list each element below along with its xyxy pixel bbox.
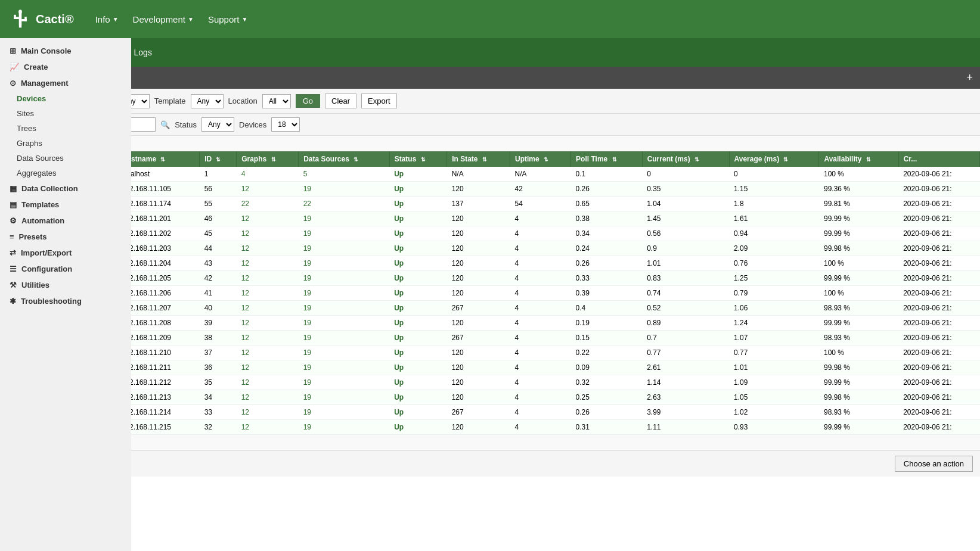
datasrc-link[interactable]: 19 bbox=[303, 274, 311, 282]
sidebar-item-configuration[interactable]: ☰ Configuration bbox=[0, 261, 131, 277]
datasrc-link[interactable]: 19 bbox=[303, 363, 311, 372]
cell-graphs: 12 bbox=[237, 331, 299, 345]
col-polltime[interactable]: Poll Time ⇅ bbox=[571, 151, 643, 167]
table-row: vhost11 192.168.11.211 36 12 19 Up 120 4… bbox=[0, 360, 980, 375]
nav-info[interactable]: Info ▼ bbox=[88, 10, 126, 29]
datasrc-link[interactable]: 19 bbox=[303, 259, 311, 267]
col-average[interactable]: Average (ms) ⇅ bbox=[729, 151, 819, 167]
graphs-link[interactable]: 12 bbox=[241, 393, 249, 401]
graphs-link[interactable]: 12 bbox=[241, 185, 249, 193]
datasrc-link[interactable]: 19 bbox=[303, 289, 311, 297]
col-current[interactable]: Current (ms) ⇅ bbox=[642, 151, 729, 167]
cell-availability: 99.98 % bbox=[819, 360, 898, 375]
graphs-link[interactable]: 12 bbox=[241, 244, 249, 253]
graphs-link[interactable]: 12 bbox=[241, 378, 249, 387]
cell-instate: 120 bbox=[447, 256, 510, 271]
datasrc-link[interactable]: 19 bbox=[303, 393, 311, 401]
cell-average: 1.07 bbox=[729, 331, 819, 345]
table-row: vhost01 192.168.11.201 46 12 19 Up 120 4… bbox=[0, 211, 980, 226]
sidebar-item-troubleshooting[interactable]: ✱ Troubleshooting bbox=[0, 293, 131, 309]
sidebar-item-trees[interactable]: Trees bbox=[0, 121, 131, 136]
sidebar-item-create[interactable]: 📈 Create bbox=[0, 59, 131, 75]
graphs-link[interactable]: 12 bbox=[241, 423, 249, 431]
col-datasources[interactable]: Data Sources ⇅ bbox=[299, 151, 390, 167]
datasrc-link[interactable]: 19 bbox=[303, 319, 311, 327]
cell-polltime: 0.22 bbox=[571, 345, 643, 360]
sidebar-item-graphs[interactable]: Graphs bbox=[0, 136, 131, 151]
cell-datasources: 19 bbox=[299, 345, 390, 360]
datasrc-link[interactable]: 19 bbox=[303, 408, 311, 416]
go-button[interactable]: Go bbox=[296, 94, 320, 108]
datasrc-link[interactable]: 19 bbox=[303, 185, 311, 193]
datasrc-link[interactable]: 19 bbox=[303, 304, 311, 312]
datasrc-link[interactable]: 19 bbox=[303, 348, 311, 357]
datasrc-link[interactable]: 19 bbox=[303, 423, 311, 431]
sidebar-item-data-collection[interactable]: ▦ Data Collection bbox=[0, 180, 131, 197]
sidebar-item-management[interactable]: ⊙ Management bbox=[0, 75, 131, 91]
datasrc-link[interactable]: 19 bbox=[303, 334, 311, 342]
col-instate[interactable]: In State ⇅ bbox=[447, 151, 510, 167]
search-icon[interactable]: 🔍 bbox=[160, 120, 170, 129]
cell-current: 0 bbox=[642, 167, 729, 182]
datasrc-link[interactable]: 22 bbox=[303, 200, 311, 208]
location-select[interactable]: All bbox=[262, 94, 291, 108]
col-status[interactable]: Status ⇅ bbox=[389, 151, 447, 167]
graphs-link[interactable]: 12 bbox=[241, 334, 249, 342]
datasrc-link[interactable]: 19 bbox=[303, 229, 311, 238]
datasrc-link[interactable]: 19 bbox=[303, 378, 311, 387]
cell-datasources: 19 bbox=[299, 211, 390, 226]
devices-per-page-select[interactable]: 18 30 50 bbox=[271, 117, 300, 132]
secondary-nav-logs[interactable]: Logs bbox=[127, 43, 159, 62]
sidebar-item-utilities[interactable]: ⚒ Utilities bbox=[0, 277, 131, 293]
cell-polltime: 0.24 bbox=[571, 241, 643, 256]
datasrc-link[interactable]: 19 bbox=[303, 244, 311, 253]
graphs-link[interactable]: 22 bbox=[241, 200, 249, 208]
sidebar-item-presets[interactable]: ≡ Presets bbox=[0, 229, 131, 245]
col-id[interactable]: ID ⇅ bbox=[200, 151, 237, 167]
sidebar-item-import-export[interactable]: ⇄ Import/Export bbox=[0, 245, 131, 261]
table-row: vhost07 192.168.11.207 40 12 19 Up 267 4… bbox=[0, 301, 980, 316]
status-select[interactable]: Any bbox=[201, 117, 234, 132]
graphs-link[interactable]: 12 bbox=[241, 214, 249, 223]
col-uptime[interactable]: Uptime ⇅ bbox=[510, 151, 571, 167]
graphs-link[interactable]: 12 bbox=[241, 408, 249, 416]
graphs-link[interactable]: 12 bbox=[241, 319, 249, 327]
graphs-link[interactable]: 12 bbox=[241, 259, 249, 267]
export-button[interactable]: Export bbox=[361, 94, 397, 108]
nav-support[interactable]: Support ▼ bbox=[201, 10, 255, 29]
main-console-icon: ⊞ bbox=[10, 46, 16, 55]
datasrc-link[interactable]: 5 bbox=[303, 170, 308, 178]
col-graphs[interactable]: Graphs ⇅ bbox=[237, 151, 299, 167]
graphs-link[interactable]: 4 bbox=[241, 170, 246, 178]
sidebar-item-templates[interactable]: ▤ Templates bbox=[0, 197, 131, 213]
sidebar-item-aggregates[interactable]: Aggregates bbox=[0, 166, 131, 180]
cell-graphs: 12 bbox=[237, 375, 299, 390]
add-device-button[interactable]: + bbox=[966, 71, 973, 84]
filter-bar: Site Any Data Collector Any Template Any… bbox=[0, 89, 980, 114]
choose-action-button[interactable]: Choose an action bbox=[895, 456, 973, 472]
cell-created: 2020-09-06 21: bbox=[898, 316, 979, 331]
graphs-link[interactable]: 12 bbox=[241, 363, 249, 372]
sidebar-item-data-sources[interactable]: Data Sources bbox=[0, 151, 131, 166]
sidebar-item-devices[interactable]: Devices bbox=[0, 91, 131, 106]
col-availability[interactable]: Availability ⇅ bbox=[819, 151, 898, 167]
template-select[interactable]: Any bbox=[191, 94, 224, 108]
sidebar-item-automation[interactable]: ⚙ Automation bbox=[0, 213, 131, 229]
datasrc-link[interactable]: 19 bbox=[303, 214, 311, 223]
sidebar-item-sites[interactable]: Sites bbox=[0, 106, 131, 121]
cell-average: 0.77 bbox=[729, 345, 819, 360]
sidebar-item-main-console[interactable]: ⊞ Main Console bbox=[0, 43, 131, 59]
clear-button[interactable]: Clear bbox=[325, 94, 356, 108]
col-created[interactable]: Cr... bbox=[898, 151, 979, 167]
cell-polltime: 0.15 bbox=[571, 331, 643, 345]
brand-logo[interactable]: Cacti® bbox=[10, 8, 74, 30]
graphs-link[interactable]: 12 bbox=[241, 274, 249, 282]
graphs-link[interactable]: 12 bbox=[241, 348, 249, 357]
graphs-link[interactable]: 12 bbox=[241, 229, 249, 238]
nav-development[interactable]: Development ▼ bbox=[126, 10, 201, 29]
graphs-link[interactable]: 12 bbox=[241, 289, 249, 297]
cell-instate: 120 bbox=[447, 375, 510, 390]
graphs-link[interactable]: 12 bbox=[241, 304, 249, 312]
cell-polltime: 0.19 bbox=[571, 316, 643, 331]
devices-section-header: Devices + bbox=[0, 67, 980, 89]
